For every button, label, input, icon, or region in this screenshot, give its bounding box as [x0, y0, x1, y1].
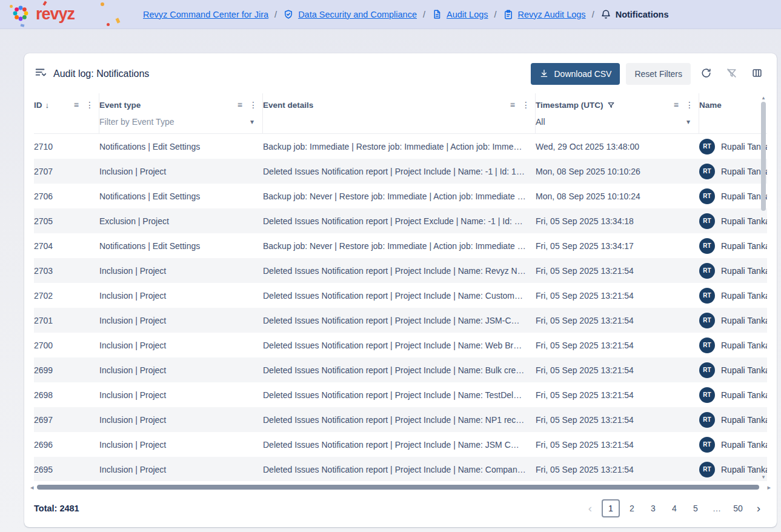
audit-log-list-icon	[34, 66, 47, 82]
table-row[interactable]: 2703 Inclusion | Project Deleted Issues …	[34, 258, 767, 283]
table-row[interactable]: 2707 Inclusion | Project Deleted Issues …	[34, 159, 767, 184]
cell-name: RT Rupali Tanka	[699, 362, 767, 378]
vertical-scroll-track[interactable]	[761, 102, 766, 473]
vertical-scroll-thumb[interactable]	[761, 102, 766, 211]
sort-desc-icon[interactable]: ↓	[45, 101, 50, 110]
avatar: RT	[699, 139, 715, 155]
table-row[interactable]: 2710 Notifications | Edit Settings Backu…	[34, 134, 767, 159]
avatar: RT	[699, 437, 715, 453]
cell-id: 2695	[34, 465, 99, 474]
breadcrumb-label: Revyz Command Center for Jira	[143, 10, 268, 19]
cell-id: 2701	[34, 316, 99, 325]
cell-event-type: Inclusion | Project	[99, 465, 263, 474]
pagination-pages: 12345…50	[602, 499, 747, 517]
table-row[interactable]: 2699 Inclusion | Project Deleted Issues …	[34, 357, 767, 382]
page-button-1[interactable]: 1	[602, 499, 620, 517]
column-label-timestamp: Timestamp (UTC)	[536, 101, 603, 110]
cell-timestamp: Fri, 05 Sep 2025 13:34:18	[536, 216, 699, 226]
cell-name: RT Rupali Tanka	[699, 188, 767, 204]
table-row[interactable]: 2706 Notifications | Edit Settings Backu…	[34, 184, 767, 208]
breadcrumb-command-center-link[interactable]: Revyz Command Center for Jira	[143, 10, 268, 19]
table-row[interactable]: 2700 Inclusion | Project Deleted Issues …	[34, 333, 767, 357]
cell-id: 2702	[34, 291, 99, 301]
column-header-timestamp: Timestamp (UTC) ≡ ⋮ All	[536, 93, 699, 133]
event-type-filter-input[interactable]	[99, 117, 247, 127]
cell-name: RT Rupali Tanka	[699, 337, 767, 353]
scroll-left-icon[interactable]: ◂	[30, 484, 34, 491]
breadcrumb-revyz-audit-logs-link[interactable]: Revyz Audit Logs	[503, 9, 586, 20]
scroll-up-icon[interactable]: ▴	[762, 95, 765, 101]
previous-page-button[interactable]: ‹	[582, 499, 599, 517]
vertical-scrollbar[interactable]: ▴ ▾	[760, 95, 767, 480]
next-page-button[interactable]: ›	[750, 499, 767, 517]
cell-name: RT Rupali Tanka	[699, 288, 767, 304]
page-button-2[interactable]: 2	[623, 499, 641, 517]
cell-timestamp: Mon, 08 Sep 2025 10:10:24	[536, 191, 699, 201]
column-menu-icon[interactable]: ⋮	[85, 100, 94, 110]
table-row[interactable]: 2701 Inclusion | Project Deleted Issues …	[34, 308, 767, 333]
revyz-logo[interactable]: revyz	[10, 0, 128, 29]
download-csv-button[interactable]: Download CSV	[531, 63, 620, 85]
drag-handle-icon[interactable]: ≡	[510, 100, 515, 110]
download-icon	[539, 68, 549, 80]
breadcrumb-data-security-link[interactable]: Data Security and Compliance	[283, 9, 417, 20]
cell-event-details: Backup job: Never | Restore job: Immedia…	[263, 241, 536, 251]
cell-event-details: Deleted Issues Notification report | Pro…	[263, 291, 536, 301]
horizontal-scroll-thumb[interactable]	[37, 485, 760, 490]
avatar: RT	[699, 362, 715, 378]
cell-name: RT Rupali Tanka	[699, 387, 767, 403]
column-menu-icon[interactable]: ⋮	[249, 100, 258, 110]
cell-event-details: Deleted Issues Notification report | Pro…	[263, 415, 536, 425]
drag-handle-icon[interactable]: ≡	[238, 100, 242, 110]
table-row[interactable]: 2695 Inclusion | Project Deleted Issues …	[34, 457, 767, 481]
page-button-3[interactable]: 3	[644, 499, 662, 517]
card-toolbar: Audit log: Notifications Download CSV Re…	[24, 53, 777, 93]
avatar: RT	[699, 412, 715, 428]
document-icon	[431, 9, 442, 20]
card-footer: Total: 2481 ‹ 12345…50 ›	[24, 493, 777, 527]
column-menu-icon[interactable]: ⋮	[685, 100, 694, 110]
cell-id: 2700	[34, 341, 99, 350]
breadcrumb-audit-logs-link[interactable]: Audit Logs	[431, 9, 488, 20]
page-button-4[interactable]: 4	[665, 499, 683, 517]
cell-event-details: Deleted Issues Notification report | Pro…	[263, 365, 536, 375]
reset-filters-button[interactable]: Reset Filters	[626, 63, 691, 85]
cell-event-details: Deleted Issues Notification report | Pro…	[263, 266, 536, 276]
horizontal-scroll-track[interactable]	[37, 485, 765, 490]
table-row[interactable]: 2704 Notifications | Edit Settings Backu…	[34, 233, 767, 258]
table-row[interactable]: 2702 Inclusion | Project Deleted Issues …	[34, 283, 767, 308]
avatar: RT	[699, 462, 715, 477]
table-row[interactable]: 2705 Exclusion | Project Deleted Issues …	[34, 208, 767, 233]
drag-handle-icon[interactable]: ≡	[74, 100, 79, 110]
cell-name: RT Rupali Tanka	[699, 412, 767, 428]
column-label-event-details: Event details	[263, 101, 313, 110]
avatar: RT	[699, 313, 715, 328]
drag-handle-icon[interactable]: ≡	[674, 100, 679, 110]
column-menu-icon[interactable]: ⋮	[522, 100, 530, 110]
clear-filters-button[interactable]	[721, 64, 742, 84]
scroll-right-icon[interactable]: ▸	[767, 484, 771, 491]
timestamp-filter-select[interactable]: All ▾	[536, 117, 690, 127]
main-content: Audit log: Notifications Download CSV Re…	[0, 53, 781, 527]
scroll-down-icon[interactable]: ▾	[762, 474, 765, 480]
cell-name: RT Rupali Tanka	[699, 263, 767, 279]
pagination: ‹ 12345…50 ›	[582, 499, 767, 517]
table-row[interactable]: 2697 Inclusion | Project Deleted Issues …	[34, 407, 767, 432]
confetti-decoration	[116, 18, 121, 23]
cell-id: 2705	[34, 216, 99, 226]
table-row[interactable]: 2696 Inclusion | Project Deleted Issues …	[34, 432, 767, 457]
cell-event-details: Backup job: Never | Restore job: Immedia…	[263, 191, 536, 201]
filter-funnel-icon[interactable]	[607, 101, 615, 109]
horizontal-scrollbar[interactable]: ◂ ▸	[30, 482, 771, 492]
chevron-down-icon[interactable]: ▾	[247, 118, 254, 126]
cell-event-type: Notifications | Edit Settings	[99, 142, 263, 151]
breadcrumb-label: Revyz Audit Logs	[518, 10, 586, 19]
refresh-button[interactable]	[696, 64, 716, 84]
page-button-50[interactable]: 50	[729, 499, 747, 517]
cell-timestamp: Fri, 05 Sep 2025 13:21:54	[536, 365, 699, 375]
cell-event-type: Notifications | Edit Settings	[99, 241, 263, 251]
table-row[interactable]: 2698 Inclusion | Project Deleted Issues …	[34, 382, 767, 407]
cell-timestamp: Fri, 05 Sep 2025 13:34:17	[536, 241, 699, 251]
page-button-5[interactable]: 5	[686, 499, 705, 517]
columns-button[interactable]	[746, 64, 767, 84]
